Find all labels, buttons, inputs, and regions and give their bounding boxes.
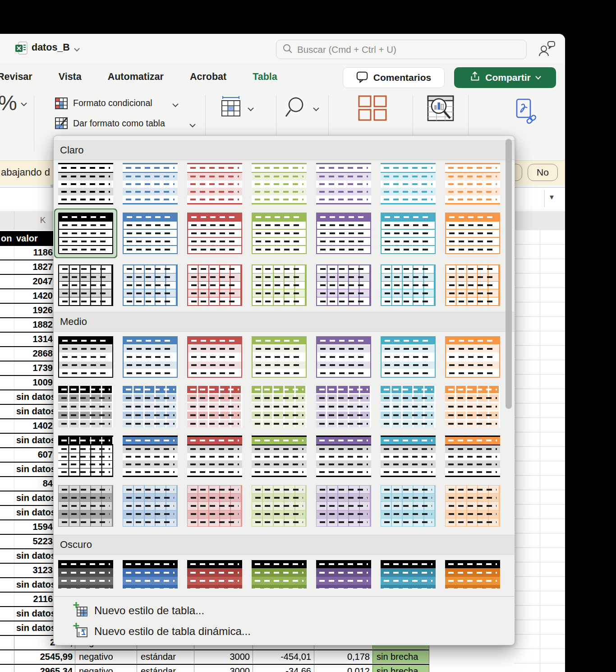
table-style-swatch-black-accent-medium[interactable] [58, 436, 113, 477]
document-title[interactable]: datos_B [32, 42, 70, 53]
new-table-style-icon [73, 602, 88, 620]
table-style-swatch-aqua-grid-light[interactable] [381, 264, 436, 306]
table-style-swatch-blue-grid-light[interactable] [123, 264, 178, 306]
table-style-swatch-black-grid-light[interactable] [58, 264, 113, 306]
table-row[interactable]: 2545,99negativoestándar3000-454,010,178s… [0, 650, 429, 665]
table-style-swatch-aqua-accent-medium[interactable] [381, 436, 436, 477]
table-style-swatch-black-banded-light[interactable] [58, 163, 113, 204]
empty-cells-grid[interactable] [514, 230, 565, 672]
column-header-k[interactable]: K [36, 215, 50, 225]
tab-tabla[interactable]: Tabla [253, 71, 277, 83]
tab-acrobat[interactable]: Acrobat [190, 71, 226, 83]
analyze-data-icon[interactable] [427, 94, 455, 125]
table-style-swatch-black-checker-medium[interactable] [58, 386, 113, 427]
table-style-swatch-aqua-header-light[interactable] [381, 213, 436, 254]
doc-title-chevron-icon[interactable] [74, 46, 80, 54]
table-style-swatch-aqua-banded-light[interactable] [381, 163, 436, 204]
table-style-swatch-orange-dark[interactable] [445, 560, 500, 589]
tab-revisar[interactable]: Revisar [0, 71, 32, 83]
table-style-swatch-red-grid-light[interactable] [187, 264, 242, 306]
table-style-swatch-green-header-light[interactable] [252, 213, 307, 254]
no-button[interactable]: No [528, 164, 558, 181]
addins-icon[interactable] [358, 95, 387, 123]
table-style-swatch-orange-checker-medium[interactable] [445, 386, 500, 427]
create-pdf-link-icon[interactable] [514, 98, 538, 127]
table-styles-panel: ClaroMedioOscuro Nuevo estilo de tabla..… [53, 135, 515, 645]
table-style-swatch-green-checker-medium[interactable] [252, 386, 307, 427]
table-style-swatch-orange-header-light[interactable] [445, 213, 500, 254]
tab-vista[interactable]: Vista [59, 71, 82, 83]
table-style-swatch-black-dark[interactable] [58, 560, 113, 589]
conditional-format-button[interactable]: Formato condicional [73, 98, 152, 108]
style-row-dark [58, 560, 500, 589]
table-cell-value: 2047 [14, 276, 53, 287]
table-style-swatch-green-header-medium[interactable] [252, 336, 307, 378]
table-style-swatch-blue-banded-light[interactable] [123, 163, 178, 204]
table-style-swatch-orange-grid-light[interactable] [445, 264, 500, 306]
table-style-swatch-orange-grid-medium[interactable] [445, 485, 500, 527]
table-style-swatch-green-banded-light[interactable] [252, 163, 307, 204]
format-as-table-chevron-icon[interactable] [189, 121, 196, 130]
comments-button[interactable]: Comentarios [343, 67, 445, 88]
panel-divider [54, 596, 515, 597]
table-cell-value: sin datos [16, 507, 56, 518]
table-style-swatch-purple-header-light[interactable] [316, 213, 371, 254]
table-style-swatch-blue-dark[interactable] [123, 560, 178, 589]
tab-automatizar[interactable]: Automatizar [108, 71, 164, 83]
table-style-swatch-blue-checker-medium[interactable] [123, 386, 178, 427]
table-style-swatch-blue-grid-medium[interactable] [123, 485, 178, 527]
table-style-swatch-aqua-header-medium[interactable] [381, 336, 436, 378]
cells-chevron-icon[interactable] [248, 105, 254, 113]
table-style-swatch-green-grid-medium[interactable] [252, 485, 307, 527]
panel-scrollbar-thumb[interactable] [506, 139, 512, 409]
search-input[interactable]: Buscar (Cmd + Ctrl + U) [276, 40, 527, 59]
table-style-swatch-red-grid-medium[interactable] [187, 485, 242, 527]
cells-icon[interactable] [220, 96, 243, 120]
table-cell: -454,01 [253, 650, 314, 663]
table-style-swatch-red-header-light[interactable] [187, 213, 242, 254]
table-style-swatch-orange-accent-medium[interactable] [445, 436, 500, 477]
table-style-swatch-purple-accent-medium[interactable] [316, 436, 371, 477]
table-style-swatch-black-grid-medium[interactable] [58, 485, 113, 527]
table-style-swatch-black-header-medium[interactable] [58, 336, 113, 378]
table-style-swatch-purple-grid-light[interactable] [316, 264, 371, 306]
number-format-icon[interactable]: % [0, 90, 17, 115]
table-style-swatch-green-grid-light[interactable] [252, 264, 307, 306]
table-style-swatch-purple-grid-medium[interactable] [316, 485, 371, 527]
table-style-swatch-blue-header-medium[interactable] [123, 336, 178, 378]
table-style-swatch-aqua-grid-medium[interactable] [381, 485, 436, 527]
format-as-table-icon [55, 116, 69, 132]
table-style-swatch-aqua-checker-medium[interactable] [381, 386, 436, 427]
account-presence-icon[interactable] [538, 41, 556, 59]
share-button[interactable]: Compartir [454, 67, 556, 88]
comment-bubble-icon [356, 70, 369, 85]
table-style-swatch-red-dark[interactable] [187, 560, 242, 589]
edit-icon[interactable] [283, 96, 307, 121]
table-style-swatch-orange-header-medium[interactable] [445, 336, 500, 378]
table-style-swatch-purple-dark[interactable] [316, 560, 371, 589]
table-style-swatch-blue-accent-medium[interactable] [123, 436, 178, 477]
table-cell-value: 84 [14, 478, 53, 489]
table-style-swatch-blue-header-light[interactable] [123, 213, 178, 254]
table-style-swatch-purple-banded-light[interactable] [316, 163, 371, 204]
table-row[interactable]: 2965,34negativoestándar3000-34,660,012si… [0, 665, 429, 672]
table-style-swatch-black-header-light[interactable] [58, 213, 113, 254]
table-style-swatch-red-checker-medium[interactable] [187, 386, 242, 427]
menu-item-new-table-style[interactable]: Nuevo estilo de tabla... [73, 602, 204, 620]
table-style-swatch-red-accent-medium[interactable] [187, 436, 242, 477]
number-chevron-icon[interactable] [21, 100, 27, 108]
table-style-swatch-purple-checker-medium[interactable] [316, 386, 371, 427]
table-style-swatch-green-accent-medium[interactable] [252, 436, 307, 477]
menu-item-new-pivot-style[interactable]: Nuevo estilo de tabla dinámica... [73, 622, 251, 640]
table-style-swatch-green-dark[interactable] [252, 560, 307, 589]
table-style-swatch-red-banded-light[interactable] [187, 163, 242, 204]
table-style-swatch-orange-banded-light[interactable] [445, 163, 500, 204]
table-cell-value: sin datos [16, 406, 56, 417]
group-divider [34, 95, 34, 151]
table-style-swatch-purple-header-medium[interactable] [316, 336, 371, 378]
table-style-swatch-red-header-medium[interactable] [187, 336, 242, 378]
table-style-swatch-aqua-dark[interactable] [381, 560, 436, 589]
dropdown-arrow-icon[interactable]: ▼ [548, 193, 555, 201]
conditional-chevron-icon[interactable] [172, 101, 179, 109]
edit-chevron-icon[interactable] [313, 105, 319, 113]
